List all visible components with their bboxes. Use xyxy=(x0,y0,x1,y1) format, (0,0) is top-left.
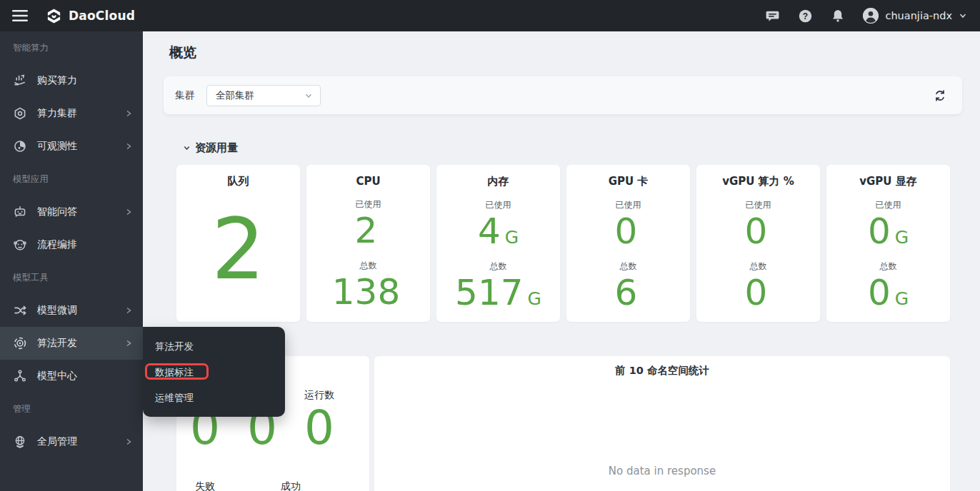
cluster-select[interactable]: 全部集群 xyxy=(206,85,321,106)
account-name: chuanjia-ndx xyxy=(885,10,952,21)
used-label: 已使用 xyxy=(566,199,690,211)
used-value: 0G xyxy=(826,213,950,250)
brand[interactable]: DaoCloud xyxy=(46,8,135,24)
vgpu-memory-card: vGPU 显存 已使用 0G 总数 0G xyxy=(826,165,950,322)
algorithm-dev-submenu: 算法开发 数据标注 运维管理 xyxy=(143,327,285,417)
hamburger-icon xyxy=(12,10,28,21)
daocloud-logo-icon xyxy=(46,8,62,24)
total-label: 总数 xyxy=(306,260,430,272)
success-label: 成功 xyxy=(281,480,301,491)
card-title: 队列 xyxy=(176,175,300,188)
namespace-chart-card: 前 10 命名空间统计 No data in response xyxy=(374,356,950,491)
bell-icon xyxy=(831,9,845,24)
sidebar-item-observability[interactable]: 可观测性 xyxy=(0,130,143,163)
topbar-actions: ? chuanjia-ndx xyxy=(764,8,967,24)
sidebar-section-label: 管理 xyxy=(0,393,143,425)
main-content: 概览 集群 全部集群 资源用量 队列 2 xyxy=(143,31,980,491)
chevron-right-icon xyxy=(124,142,133,151)
sidebar-item-workflow[interactable]: 流程编排 xyxy=(0,228,143,261)
chevron-down-icon xyxy=(183,144,191,152)
sidebar-item-model-hub[interactable]: 模型中心 xyxy=(0,360,143,393)
card-title: vGPU 显存 xyxy=(826,175,950,188)
sidebar-section-label: 智能算力 xyxy=(0,31,143,64)
used-label: 已使用 xyxy=(436,199,560,211)
submenu-item-ops-management[interactable]: 运维管理 xyxy=(143,385,285,411)
total-value: 6 xyxy=(566,274,690,312)
cluster-select-value: 全部集群 xyxy=(216,89,304,102)
total-value: 517G xyxy=(436,274,560,312)
sidebar-section-label: 模型工具 xyxy=(0,261,143,294)
bottom-row: 运行数 0 0 0 失败 成功 前 10 命名空间统计 No data in r… xyxy=(176,356,950,491)
used-label: 已使用 xyxy=(826,199,950,211)
refresh-icon xyxy=(933,88,947,103)
total-label: 总数 xyxy=(696,260,820,273)
total-label: 总数 xyxy=(566,260,690,273)
sidebar-item-model-finetune[interactable]: 模型微调 xyxy=(0,294,143,327)
vgpu-compute-card: vGPU 算力 % 已使用 0 总数 0 xyxy=(696,165,820,322)
menu-toggle-button[interactable] xyxy=(7,3,33,29)
svg-text:?: ? xyxy=(803,11,808,21)
sidebar-item-smart-qa[interactable]: 智能问答 xyxy=(0,196,143,228)
total-value: 0 xyxy=(696,274,820,312)
messages-button[interactable] xyxy=(764,8,780,24)
sidebar-item-algorithm-dev[interactable]: 算法开发 xyxy=(0,327,143,360)
chevron-down-icon xyxy=(304,91,313,100)
chevron-right-icon xyxy=(124,306,133,315)
sidebar-item-buy-compute[interactable]: 购买算力 xyxy=(0,64,143,97)
help-icon: ? xyxy=(798,9,813,24)
total-value: 138 xyxy=(306,273,430,311)
buy-compute-icon xyxy=(13,74,27,88)
total-label: 总数 xyxy=(436,260,560,273)
memory-card: 内存 已使用 4G 总数 517G xyxy=(436,165,560,322)
chevron-right-icon xyxy=(124,339,133,348)
chevron-right-icon xyxy=(124,437,133,446)
chat-robot-icon xyxy=(13,205,27,219)
algorithm-dev-icon xyxy=(13,336,27,350)
account-menu[interactable]: chuanjia-ndx xyxy=(863,8,967,24)
chart-title: 前 10 命名空间统计 xyxy=(374,364,950,378)
resources-section-header[interactable]: 资源用量 xyxy=(183,141,962,155)
total-value: 0G xyxy=(826,274,950,312)
sidebar-item-label: 模型微调 xyxy=(37,304,124,317)
card-title: GPU 卡 xyxy=(566,175,690,188)
used-label: 已使用 xyxy=(306,198,430,211)
workflow-icon xyxy=(13,238,27,252)
sidebar-item-label: 全局管理 xyxy=(37,435,124,448)
queue-card: 队列 2 xyxy=(176,165,300,322)
submenu-item-data-annotation[interactable]: 数据标注 xyxy=(143,360,285,385)
fail-label: 失败 xyxy=(195,480,215,491)
observability-icon xyxy=(13,139,27,153)
globe-icon xyxy=(13,435,27,449)
sidebar-section-label: 模型应用 xyxy=(0,163,143,196)
chevron-down-icon xyxy=(959,11,967,20)
filter-bar: 集群 全部集群 xyxy=(164,76,962,114)
total-label: 总数 xyxy=(826,260,950,273)
sidebar-item-label: 流程编排 xyxy=(37,238,133,251)
used-value: 4G xyxy=(436,213,560,250)
sidebar-item-global-admin[interactable]: 全局管理 xyxy=(0,425,143,458)
help-button[interactable]: ? xyxy=(797,8,813,24)
sidebar: 智能算力 购买算力 算力集群 xyxy=(0,31,143,491)
resource-cards: 队列 2 CPU 已使用 2 总数 138 内存 已使用 4G 总数 517G … xyxy=(176,165,950,322)
sidebar-item-compute-cluster[interactable]: 算力集群 xyxy=(0,97,143,130)
card-title: CPU xyxy=(306,175,430,188)
chat-icon xyxy=(765,9,780,24)
cluster-filter-label: 集群 xyxy=(175,89,195,102)
refresh-button[interactable] xyxy=(932,88,948,103)
submenu-item-algorithm-dev[interactable]: 算法开发 xyxy=(143,334,285,360)
sidebar-item-label: 算法开发 xyxy=(37,337,124,350)
notifications-button[interactable] xyxy=(830,8,846,24)
queue-value: 2 xyxy=(176,188,300,322)
gpu-card: GPU 卡 已使用 0 总数 6 xyxy=(566,165,690,322)
chevron-right-icon xyxy=(124,109,133,118)
task-value: 0 xyxy=(304,405,334,452)
task-labels-row-2: 失败 成功 xyxy=(176,480,348,491)
card-title: 内存 xyxy=(436,175,560,188)
page-title: 概览 xyxy=(169,44,962,62)
used-value: 0 xyxy=(696,213,820,250)
used-label: 已使用 xyxy=(696,199,820,211)
cluster-icon xyxy=(13,106,27,121)
avatar xyxy=(863,8,879,24)
sidebar-item-label: 可观测性 xyxy=(37,140,124,153)
topbar: DaoCloud ? xyxy=(0,0,980,31)
